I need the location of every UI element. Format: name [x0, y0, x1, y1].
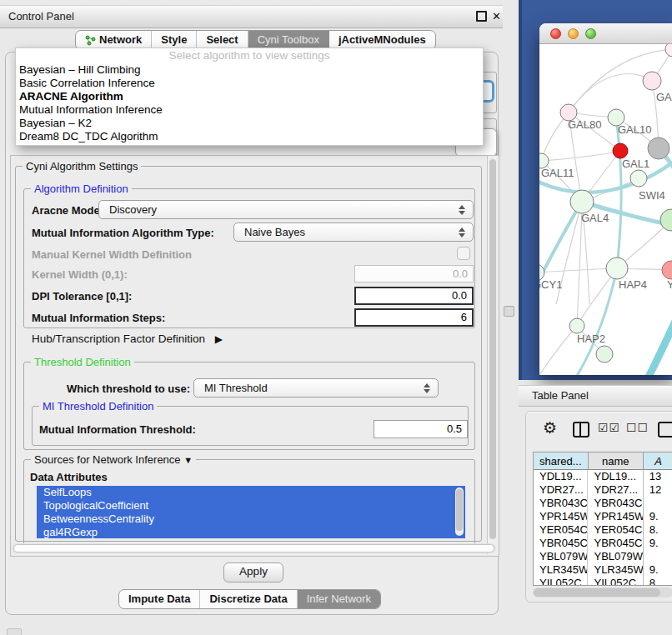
tab-select[interactable]: Select [197, 31, 248, 49]
table-row[interactable]: YPR145WYPR145W9. [534, 510, 672, 523]
tab-impute-data[interactable]: Impute Data [119, 590, 200, 608]
cell[interactable]: YLR345W [534, 563, 588, 577]
node-gal4[interactable] [570, 190, 594, 213]
mi-steps-field[interactable]: 6 [354, 308, 474, 327]
which-threshold-combo[interactable]: MI Threshold [193, 378, 439, 398]
tool-palette-icon[interactable] [7, 628, 22, 635]
algorithm-option[interactable]: Dream8 DC_TDC Algorithm [16, 130, 483, 143]
attribute-item[interactable]: TopologicalCoefficient [37, 499, 465, 512]
cell[interactable]: YBR043C [588, 497, 643, 510]
cell[interactable]: YDL19... [588, 470, 643, 483]
node-hap2[interactable] [569, 318, 584, 333]
cell[interactable]: YIL052C [534, 577, 588, 586]
cell[interactable]: YPR145W [588, 510, 643, 523]
cell[interactable]: 8. [644, 523, 672, 537]
cell[interactable]: YBR045C [534, 537, 588, 550]
cell[interactable]: 12 [644, 483, 672, 497]
cell[interactable]: YER054C [588, 523, 643, 537]
tab-network[interactable]: Network [76, 31, 152, 49]
tab-style[interactable]: Style [152, 31, 197, 49]
window-zoom-button[interactable] [585, 28, 596, 39]
column-header-partial[interactable]: A [644, 452, 672, 470]
node-bottom-green[interactable] [596, 346, 613, 362]
tab-jactivemnodules[interactable]: jActiveMNodules [329, 31, 435, 49]
attribute-item[interactable]: gal4RGexp [37, 526, 465, 538]
mi-type-combo[interactable]: Naive Bayes [233, 222, 474, 242]
table-row[interactable]: YDL19...YDL19...13 [534, 470, 672, 483]
window-minimize-button[interactable] [568, 28, 579, 39]
table-row[interactable]: YBR045CYBR045C9. [534, 537, 672, 550]
cell[interactable]: YBL079W [534, 550, 588, 563]
float-window-icon[interactable] [476, 11, 487, 22]
cell[interactable]: 9. [644, 563, 672, 577]
cell[interactable] [644, 497, 672, 510]
algorithm-option[interactable]: Bayesian – K2 [16, 117, 483, 130]
cell[interactable]: YBL079W [588, 550, 643, 563]
select-columns-icon[interactable]: ☑☑ [598, 421, 620, 434]
table-row[interactable]: YER054CYER054C8. [534, 523, 672, 537]
split-columns-icon[interactable] [573, 422, 589, 438]
settings-vscrollbar[interactable] [487, 156, 498, 554]
table-mode-icon[interactable] [658, 422, 672, 438]
cell[interactable]: 8 [644, 577, 672, 586]
cell[interactable]: 9. [644, 510, 672, 523]
table-row[interactable]: YDR27...YDR27...12 [534, 483, 672, 497]
cell[interactable] [644, 550, 672, 563]
node-top-cut[interactable] [665, 44, 672, 57]
attributes-vscrollbar-thumb[interactable] [456, 489, 463, 531]
attributes-vscrollbar[interactable] [455, 488, 464, 536]
node-right-green[interactable] [660, 209, 672, 231]
table-row[interactable]: YBR043CYBR043C [534, 497, 672, 510]
algorithm-option[interactable]: Bayesian – Hill Climbing [16, 63, 483, 77]
attribute-item[interactable]: SelfLoops [37, 486, 465, 499]
cell[interactable]: YIL052C [588, 577, 643, 586]
table-row[interactable]: YLR345WYLR345W9. [534, 563, 672, 577]
table-hscrollbar[interactable] [533, 588, 672, 598]
cell[interactable]: YPR145W [534, 510, 588, 523]
dpi-tolerance-field[interactable]: 0.0 [354, 287, 474, 305]
cell[interactable]: YDR27... [534, 483, 588, 497]
manual-kernel-checkbox[interactable] [457, 247, 470, 260]
network-canvas[interactable]: GAL GAL80 GAL10 GAL1 GAL11 SWI4 GAL4 GCY… [539, 44, 672, 375]
table-row[interactable]: YIL052CYIL052C8 [534, 577, 672, 586]
table-hscrollbar-thumb[interactable] [534, 588, 660, 597]
mi-threshold-field[interactable]: 0.5 [374, 420, 468, 438]
hub-definition-expander[interactable]: Hub/Transcription Factor Definition ▶ [32, 332, 223, 345]
settings-hscrollbar-thumb[interactable] [13, 544, 494, 552]
cell[interactable]: YBR045C [588, 537, 643, 550]
collapse-arrow-icon[interactable]: ▼ [183, 455, 193, 465]
close-icon[interactable]: ✕ [492, 12, 501, 22]
tab-discretize-data[interactable]: Discretize Data [200, 590, 297, 608]
cell[interactable]: 9. [644, 537, 672, 550]
cell[interactable]: YBR043C [534, 497, 588, 510]
table-row[interactable]: YBL079WYBL079W [534, 550, 672, 563]
node-hap4[interactable] [606, 258, 628, 279]
gear-icon[interactable]: ⚙ [543, 421, 557, 436]
node-gal1[interactable] [613, 143, 628, 158]
node-gray[interactable] [648, 138, 669, 159]
attribute-item[interactable]: BetweennessCentrality [37, 512, 465, 526]
cell[interactable]: YDL19... [534, 470, 588, 483]
kernel-width-field[interactable]: 0.0 [354, 265, 474, 282]
settings-vscrollbar-thumb[interactable] [489, 159, 496, 539]
panel-divider-handle[interactable] [504, 306, 514, 317]
tab-cyni-toolbox[interactable]: Cyni Toolbox [248, 31, 329, 49]
cell[interactable]: YDR27... [588, 483, 643, 497]
aracne-mode-combo[interactable]: Discovery [98, 200, 474, 219]
column-header-name[interactable]: name [589, 452, 644, 470]
column-header-shared-name[interactable]: shared... [534, 452, 589, 470]
node-gal-partial[interactable] [643, 72, 661, 90]
cell[interactable]: YER054C [534, 523, 588, 537]
cell[interactable]: 13 [644, 470, 672, 483]
algorithm-option[interactable]: Mutual Information Inference [16, 103, 483, 117]
algorithm-option-selected[interactable]: ARACNE Algorithm [16, 90, 483, 103]
algorithm-option[interactable]: Basic Correlation Inference [16, 77, 483, 90]
apply-button[interactable]: Apply [223, 562, 283, 582]
cell[interactable]: YLR345W [588, 563, 643, 577]
node-y-partial[interactable] [662, 261, 672, 279]
window-close-button[interactable] [550, 28, 561, 39]
settings-hscrollbar[interactable] [12, 543, 496, 553]
expander-arrow-icon[interactable]: ▶ [215, 333, 223, 345]
tab-infer-network[interactable]: Infer Network [298, 590, 380, 608]
deselect-columns-icon[interactable]: ☐☐ [626, 421, 649, 434]
